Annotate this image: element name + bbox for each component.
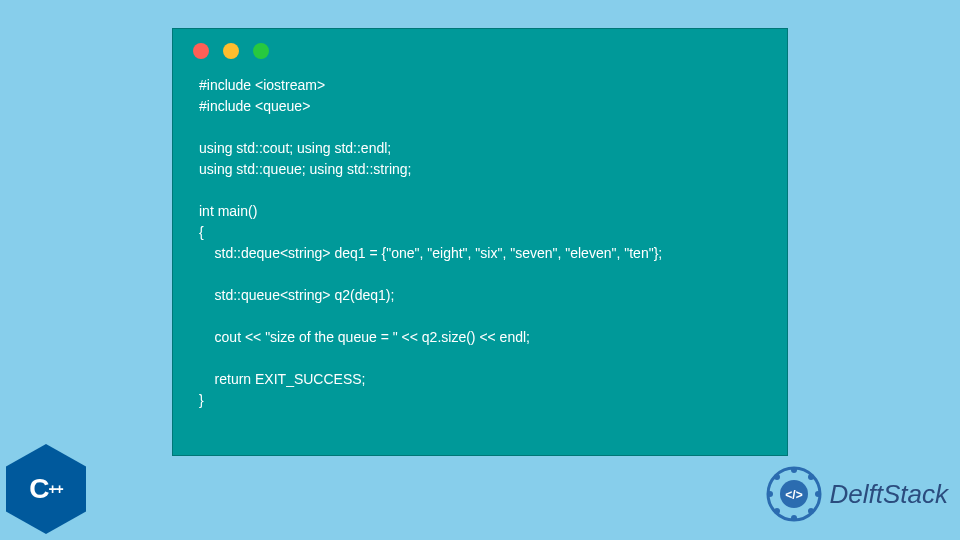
minimize-icon [223,43,239,59]
brand-name: DelftStack [830,479,949,510]
svg-point-2 [791,515,797,521]
svg-point-4 [815,491,821,497]
gear-emblem-icon: </> [764,464,824,524]
svg-point-3 [767,491,773,497]
svg-point-8 [808,508,814,514]
cpp-logo: C++ [6,444,86,534]
svg-point-5 [774,474,780,480]
hexagon-icon: C++ [6,444,86,534]
code-window: #include <iostream> #include <queue> usi… [172,28,788,456]
svg-point-7 [774,508,780,514]
cpp-letter: C++ [29,473,63,505]
brand-logo: </> DelftStack [764,464,949,524]
code-content: #include <iostream> #include <queue> usi… [173,67,787,431]
maximize-icon [253,43,269,59]
svg-point-1 [791,467,797,473]
svg-text:</>: </> [785,488,802,502]
window-controls [173,29,787,67]
svg-point-6 [808,474,814,480]
close-icon [193,43,209,59]
